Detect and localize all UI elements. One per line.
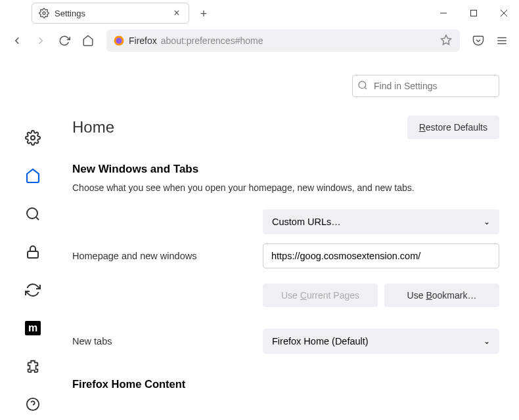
forward-button[interactable] — [30, 30, 51, 51]
app-menu-button[interactable] — [491, 30, 512, 51]
svg-point-6 — [116, 38, 122, 44]
homepage-url-input[interactable] — [263, 243, 499, 268]
tab-title: Settings — [55, 9, 171, 18]
svg-point-17 — [359, 81, 366, 89]
sidebar-item-search[interactable] — [22, 203, 43, 224]
tab-strip: Settings × + — [0, 0, 428, 24]
url-path: about:preferences#home — [161, 35, 440, 46]
main-panel: Home Restore Defaults New Windows and Ta… — [66, 55, 519, 420]
titlebar: Settings × + — [0, 0, 519, 26]
chevron-down-icon: ⌄ — [484, 337, 490, 346]
home-button[interactable] — [78, 30, 99, 51]
use-bookmark-button[interactable]: Use Bookmark… — [384, 284, 499, 307]
search-input[interactable] — [352, 75, 499, 97]
content: m Home Restore Defaults New Windows and … — [0, 55, 519, 420]
url-bar[interactable]: Firefox about:preferences#home — [106, 30, 460, 52]
search-icon — [357, 80, 368, 91]
page-title: Home — [72, 118, 114, 136]
window-controls — [428, 0, 519, 26]
section2-title: Firefox Home Content — [72, 378, 499, 390]
newtabs-label: New tabs — [72, 336, 263, 346]
restore-defaults-button[interactable]: Restore Defaults — [407, 116, 499, 139]
homepage-select[interactable]: Custom URLs… ⌄ — [263, 209, 499, 234]
svg-marker-7 — [441, 35, 451, 45]
pocket-button[interactable] — [468, 30, 489, 51]
tab-settings[interactable]: Settings × — [32, 3, 189, 24]
sidebar-item-more[interactable]: m — [22, 318, 43, 339]
sidebar-item-home[interactable] — [22, 165, 43, 186]
sidebar-item-help[interactable] — [22, 394, 43, 415]
homepage-label: Homepage and new windows — [72, 251, 263, 261]
close-icon[interactable]: × — [171, 8, 182, 18]
sidebar-item-extensions[interactable] — [22, 356, 43, 377]
svg-point-0 — [43, 12, 45, 14]
m-badge-icon: m — [25, 321, 41, 335]
use-current-pages-button[interactable]: Use Current Pages — [263, 284, 378, 307]
section-description: Choose what you see when you open your h… — [72, 182, 499, 193]
homepage-select-value: Custom URLs… — [272, 217, 341, 227]
sidebar: m — [0, 55, 66, 420]
sidebar-item-sync[interactable] — [22, 280, 43, 301]
gear-icon — [39, 8, 49, 18]
back-button[interactable] — [7, 30, 28, 51]
url-label: Firefox — [129, 35, 157, 46]
svg-rect-2 — [471, 10, 477, 16]
toolbar: Firefox about:preferences#home — [0, 26, 519, 55]
close-window-button[interactable] — [489, 0, 519, 26]
chevron-down-icon: ⌄ — [484, 217, 490, 226]
section-title: New Windows and Tabs — [72, 163, 499, 176]
newtabs-select[interactable]: Firefox Home (Default) ⌄ — [263, 329, 499, 354]
svg-line-18 — [365, 87, 367, 89]
svg-line-13 — [36, 217, 39, 220]
svg-point-12 — [27, 208, 37, 219]
sidebar-item-general[interactable] — [22, 127, 43, 148]
svg-point-11 — [31, 136, 35, 140]
sidebar-item-privacy[interactable] — [22, 242, 43, 262]
new-tab-button[interactable]: + — [194, 5, 213, 23]
svg-rect-14 — [28, 251, 38, 258]
bookmark-star-icon[interactable] — [440, 34, 453, 47]
minimize-button[interactable] — [428, 0, 459, 26]
newtabs-select-value: Firefox Home (Default) — [272, 336, 369, 346]
reload-button[interactable] — [54, 30, 75, 51]
firefox-icon — [113, 35, 125, 47]
maximize-button[interactable] — [459, 0, 489, 26]
